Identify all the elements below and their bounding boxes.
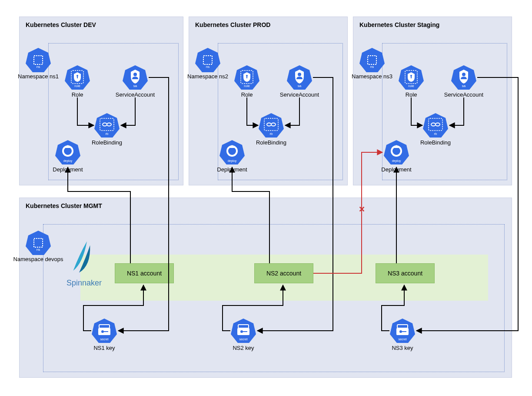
cluster-staging-title: Kubernetes Cluster Staging	[359, 21, 439, 28]
cluster-prod: Kubernetes Cluster PROD	[189, 17, 348, 185]
namespace-icon: ns	[25, 230, 51, 256]
svg-text:ns: ns	[370, 65, 374, 69]
svg-text:ns: ns	[37, 248, 40, 252]
rb-prod-label: RoleBinding	[245, 139, 297, 146]
cluster-staging: Kubernetes Cluster Staging	[353, 17, 512, 185]
svg-point-32	[410, 75, 412, 77]
svg-point-21	[298, 73, 301, 76]
svg-text:secret: secret	[398, 338, 406, 341]
svg-text:role: role	[244, 84, 250, 88]
role-dev-label: Role	[51, 91, 103, 98]
cluster-dev: Kubernetes Cluster DEV	[19, 17, 183, 185]
account-ns2: NS2 account	[254, 263, 313, 283]
deploy-staging-label: Deployment	[370, 166, 422, 173]
serviceaccount-icon: sa	[451, 64, 477, 91]
svg-rect-48	[104, 331, 108, 332]
svg-text:role: role	[74, 84, 80, 88]
svg-text:rb: rb	[434, 132, 437, 136]
secret-icon: secret	[91, 318, 117, 344]
account-ns1-label: NS1 account	[127, 270, 162, 277]
svg-text:rb: rb	[105, 132, 109, 136]
namespace-icon: ns	[195, 47, 221, 73]
namespace-ns2-label: Namespace ns2	[182, 73, 234, 80]
svg-text:deploy: deploy	[63, 159, 73, 163]
sa-dev-label: ServiceAccount	[109, 91, 161, 98]
svg-text:deploy: deploy	[228, 159, 237, 163]
role-icon: role	[64, 64, 90, 91]
spinnaker-label: Spinnaker	[66, 279, 102, 288]
namespace-devops-label: Namespace devops	[12, 256, 64, 262]
cluster-dev-title: Kubernetes Cluster DEV	[26, 21, 96, 28]
svg-rect-53	[243, 331, 247, 332]
rolebinding-icon: rb	[94, 112, 120, 138]
svg-text:deploy: deploy	[392, 159, 401, 163]
svg-rect-5	[77, 77, 78, 78]
deploy-dev-label: Deployment	[42, 166, 94, 173]
deployment-icon: deploy	[383, 139, 409, 165]
key-ns3-label: NS3 key	[376, 345, 429, 351]
rolebinding-icon: rb	[258, 112, 284, 138]
key-ns1-label: NS1 key	[78, 345, 130, 351]
role-staging-label: Role	[385, 91, 437, 98]
svg-text:ns: ns	[37, 65, 40, 69]
svg-text:ns: ns	[206, 65, 209, 69]
diagram-canvas: Kubernetes Cluster DEV Kubernetes Cluste…	[0, 0, 532, 396]
role-icon: role	[398, 64, 424, 91]
svg-point-18	[246, 75, 248, 77]
svg-point-4	[76, 75, 78, 77]
sa-staging-label: ServiceAccount	[438, 91, 490, 98]
rb-staging-label: RoleBinding	[409, 139, 462, 146]
serviceaccount-icon: sa	[286, 64, 313, 91]
rolebinding-icon: rb	[422, 112, 449, 138]
svg-point-47	[101, 330, 104, 333]
key-ns2-label: NS2 key	[217, 345, 269, 351]
denied-x-icon: ✕	[359, 205, 365, 214]
svg-text:secret: secret	[239, 338, 247, 341]
namespace-ns3-label: Namespace ns3	[346, 73, 398, 80]
svg-text:sa: sa	[462, 84, 466, 88]
svg-point-35	[462, 73, 466, 76]
serviceaccount-icon: sa	[122, 64, 148, 91]
svg-rect-33	[411, 77, 412, 78]
role-prod-label: Role	[221, 91, 273, 98]
rb-dev-label: RoleBinding	[81, 139, 133, 146]
svg-point-52	[240, 330, 243, 333]
cluster-mgmt-title: Kubernetes Cluster MGMT	[26, 202, 102, 209]
svg-text:rb: rb	[269, 132, 273, 136]
namespace-icon: ns	[359, 47, 385, 73]
namespace-icon: ns	[25, 47, 51, 73]
account-ns2-label: NS2 account	[266, 270, 301, 277]
namespace-ns1-label: Namespace ns1	[12, 73, 64, 80]
svg-text:sa: sa	[133, 84, 137, 88]
account-ns3: NS3 account	[376, 263, 435, 283]
spinnaker-icon	[67, 239, 106, 279]
role-icon: role	[234, 64, 260, 91]
svg-rect-58	[402, 331, 406, 332]
svg-text:role: role	[408, 84, 414, 88]
svg-rect-19	[246, 77, 247, 78]
sa-prod-label: ServiceAccount	[273, 91, 326, 98]
cluster-prod-title: Kubernetes Cluster PROD	[195, 21, 270, 28]
secret-icon: secret	[230, 318, 256, 344]
account-ns3-label: NS3 account	[388, 270, 422, 277]
svg-text:sa: sa	[298, 84, 302, 88]
deploy-prod-label: Deployment	[206, 166, 258, 173]
svg-point-57	[399, 330, 402, 333]
account-ns1: NS1 account	[115, 263, 174, 283]
deployment-icon: deploy	[55, 139, 81, 165]
secret-icon: secret	[389, 318, 416, 344]
deployment-icon: deploy	[219, 139, 245, 165]
svg-text:secret: secret	[100, 338, 108, 341]
svg-point-7	[133, 73, 137, 76]
